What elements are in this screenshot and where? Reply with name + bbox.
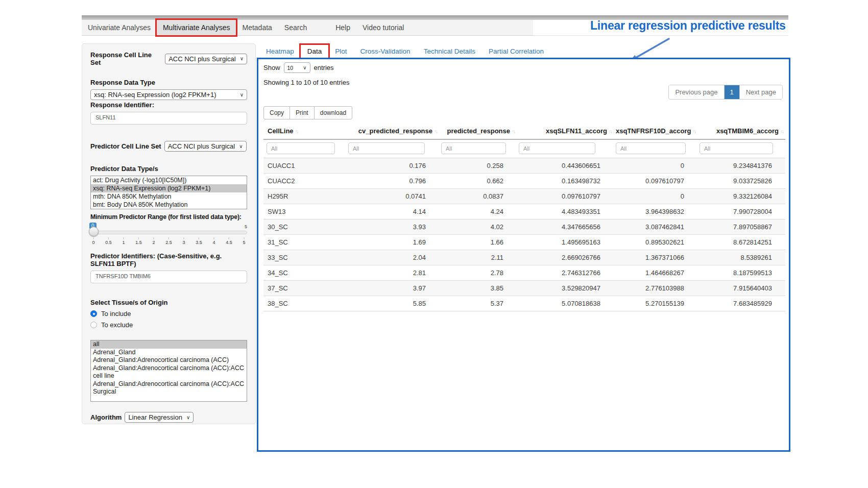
column-header-predicted-response[interactable]: predicted_response↑↓ [439,124,517,139]
table-cell: 4.483493351 [517,204,614,219]
listbox-option[interactable]: all [91,340,247,349]
algorithm-select[interactable]: Linear Regression ∨ [125,412,194,423]
predictor-cell-line-set-select[interactable]: ACC NCI plus Surgical ∨ [164,141,247,152]
table-cell: 4.02 [439,219,517,235]
table-cell: 30_SC [263,219,346,235]
sort-icon[interactable]: ↑↓ [780,129,783,134]
predictor-cell-line-set-value: ACC NCI plus Surgical [168,142,235,150]
radio-row-exclude[interactable]: To exclude [90,321,247,329]
page-1-button[interactable]: 1 [724,85,739,99]
nav-item-search[interactable]: Search [278,20,313,35]
column-header-label: xsqTNFRSF10D_accorg [616,127,691,135]
response-identifier-input[interactable]: SLFN11 [90,112,247,125]
filter-input-xsqtmbim6-accorg[interactable] [700,142,773,154]
slider-tick: 0 [92,237,94,245]
entries-per-page-select[interactable]: 10 ∨ [284,62,310,73]
table-cell: 0.895302621 [614,235,697,250]
column-header-xsqslfn11-accorg[interactable]: xsqSLFN11_accorg↑↓ [517,124,614,139]
nav-item-metadata[interactable]: Metadata [236,20,278,35]
response-data-type-select[interactable]: xsq: RNA-seq Expression (log2 FPKM+1) ∨ [90,89,247,100]
tab-data[interactable]: Data [301,45,329,58]
listbox-option[interactable]: Adrenal_Gland [91,349,247,357]
filter-input-predicted-response[interactable] [441,142,506,154]
column-header-xsqtnfrsf10d-accorg[interactable]: xsqTNFRSF10D_accorg↑↓ [614,124,697,139]
listbox-option[interactable]: mth: DNA 850K Methylation [91,192,247,201]
table-header-row: CellLine↑↓cv_predicted_response↑↓predict… [263,124,785,139]
tab-plot[interactable]: Plot [328,45,353,58]
table-cell: 4.14 [346,204,439,219]
table-cell: SW13 [263,204,346,219]
table-cell: 0.097610797 [517,189,614,204]
nav-item-help[interactable]: Help [329,20,356,35]
predictor-data-types-listbox[interactable]: act: Drug Activity (-log10[IC50M])xsq: R… [90,176,247,209]
slider-handle[interactable] [89,227,99,236]
listbox-option[interactable]: xsq: RNA-seq Expression (log2 FPKM+1) [91,184,247,192]
table-row: 31_SC1.691.661.4956951630.8953026218.672… [263,235,785,250]
filter-input-cellline[interactable] [267,142,335,154]
slider-tick-mark [183,237,184,239]
previous-page-button[interactable]: Previous page [669,85,724,99]
table-cell: 5.270155139 [614,296,697,311]
table-cell: 7.683485929 [697,296,785,311]
tab-heatmap[interactable]: Heatmap [259,45,301,58]
print-button[interactable]: Print [290,106,315,119]
slider-tick-label: 3 [182,240,185,245]
response-cell-line-set-select[interactable]: ACC NCI plus Surgical ∨ [165,54,247,64]
sort-icon[interactable]: ↑↓ [295,129,298,134]
chevron-down-icon: ∨ [186,415,190,420]
table-cell: 4.347665656 [517,219,614,235]
predictor-identifiers-input[interactable]: TNFRSF10D TMBIM6 [90,271,247,283]
filter-input-xsqslfn11-accorg[interactable] [519,142,595,154]
slider-tick-label: 5 [243,240,245,245]
nav-item-univariate-analyses[interactable]: Univariate Analyses [82,20,157,35]
filter-cell [614,139,697,158]
table-cell: 34_SC [263,265,346,281]
slider-track [90,231,247,234]
sort-icon[interactable]: ↑↓ [609,129,612,134]
tab-partial-correlation[interactable]: Partial Correlation [482,45,550,58]
listbox-option[interactable]: bmt: Body DNA 850K Methylation [91,201,247,209]
nav-item-video-tutorial[interactable]: Video tutorial [356,20,410,35]
table-cell: 0.258 [439,158,517,174]
column-header-label: xsqTMBIM6_accorg [716,127,779,135]
slider-tick: 3 [182,237,185,245]
table-cell: 0.0837 [439,189,517,204]
results-panel: Show 10 ∨ entries Showing 1 to 10 of 10 … [257,58,790,452]
radio-row-include[interactable]: To include [90,310,247,318]
table-cell: 0.796 [346,174,439,189]
filter-input-cv-predicted-response[interactable] [348,142,425,154]
sort-icon[interactable]: ↑↓ [434,129,437,134]
response-identifier-label: Response Identifier: [90,101,247,109]
slider-tick-label: 0 [92,240,94,245]
radio-include[interactable] [90,310,97,317]
slider-tick: 0.5 [105,237,112,245]
nav-item-multivariate-analyses[interactable]: Multivariate Analyses [157,20,236,35]
listbox-option[interactable]: act: Drug Activity (-log10[IC50M]) [91,176,247,184]
radio-exclude[interactable] [90,322,97,328]
download-button[interactable]: download [314,106,352,119]
sort-icon[interactable]: ↑↓ [692,129,695,134]
slider-tick: 4.5 [226,237,232,245]
column-header-cv-predicted-response[interactable]: cv_predicted_response↑↓ [346,124,439,139]
filter-input-xsqtnfrsf10d-accorg[interactable] [616,142,686,154]
sort-icon[interactable]: ↑↓ [512,129,515,134]
table-cell: 7.897058867 [697,219,785,235]
table-row: SW134.144.244.4834933513.9643986327.9907… [263,204,785,219]
tissue-listbox[interactable]: allAdrenal_GlandAdrenal_Gland:Adrenocort… [90,340,247,402]
table-cell: 0.0741 [346,189,439,204]
copy-button[interactable]: Copy [263,106,290,119]
tab-cross-validation[interactable]: Cross-Validation [354,45,417,58]
response-identifier-value: SLFN11 [95,114,116,120]
table-cell: 0 [614,189,697,204]
listbox-option[interactable]: Adrenal_Gland:Adrenocortical carcinoma (… [91,380,247,396]
listbox-option[interactable]: Adrenal_Gland:Adrenocortical carcinoma (… [91,364,247,380]
tab-technical-details[interactable]: Technical Details [417,45,482,58]
column-header-cellline[interactable]: CellLine↑↓ [263,124,346,139]
column-header-xsqtmbim6-accorg[interactable]: xsqTMBIM6_accorg↑↓ [697,124,785,139]
listbox-option[interactable]: Adrenal_Gland:Adrenocortical carcinoma (… [91,356,247,364]
next-page-button[interactable]: Next page [739,85,782,99]
slider-tick-label: 4 [212,240,215,245]
table-cell: H295R [263,189,346,204]
predictor-identifiers-value: TNFRSF10D TMBIM6 [95,273,151,279]
slider-tick: 1 [122,237,125,245]
